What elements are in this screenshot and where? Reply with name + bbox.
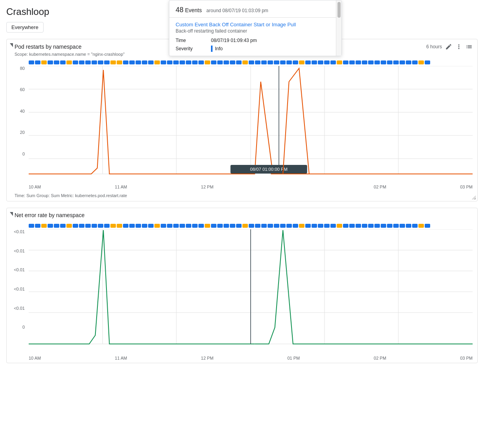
more-options-icon[interactable]	[455, 43, 462, 50]
event-dot-orange[interactable]	[117, 60, 122, 64]
event-dot-blue[interactable]	[73, 224, 78, 228]
event-dot-blue[interactable]	[230, 224, 235, 228]
event-dot-blue[interactable]	[85, 60, 91, 64]
event-dot-orange[interactable]	[154, 60, 160, 64]
event-dot-blue[interactable]	[318, 60, 323, 64]
event-dot-blue[interactable]	[54, 224, 59, 228]
event-dot-blue[interactable]	[349, 60, 355, 64]
event-dot-blue[interactable]	[362, 224, 367, 228]
event-dot-orange[interactable]	[337, 60, 342, 64]
everywhere-button[interactable]: Everywhere	[6, 22, 44, 33]
event-dot-blue[interactable]	[255, 60, 260, 64]
event-dot-orange[interactable]	[154, 224, 160, 228]
event-dot-blue[interactable]	[268, 224, 273, 228]
event-dot-blue[interactable]	[280, 224, 286, 228]
event-dot-blue[interactable]	[186, 224, 191, 228]
event-dot-blue[interactable]	[305, 60, 311, 64]
event-dot-blue[interactable]	[236, 224, 242, 228]
event-dot-blue[interactable]	[136, 224, 141, 228]
event-dot-blue[interactable]	[217, 60, 223, 64]
event-dot-blue[interactable]	[79, 60, 84, 64]
event-dot-blue[interactable]	[312, 224, 317, 228]
event-dot-orange[interactable]	[205, 60, 210, 64]
event-dot-blue[interactable]	[123, 60, 128, 64]
event-dot-blue[interactable]	[330, 224, 336, 228]
event-dot-blue[interactable]	[98, 224, 103, 228]
event-dot-blue[interactable]	[35, 60, 40, 64]
event-dot-blue[interactable]	[324, 224, 330, 228]
event-dot-blue[interactable]	[180, 224, 185, 228]
event-dot-blue[interactable]	[92, 224, 97, 228]
event-dot-blue[interactable]	[129, 224, 135, 228]
event-dot-blue[interactable]	[129, 60, 135, 64]
event-dot-blue[interactable]	[123, 224, 128, 228]
event-dot-blue[interactable]	[85, 224, 91, 228]
event-dot-blue[interactable]	[192, 224, 198, 228]
event-dot-blue[interactable]	[400, 60, 405, 64]
event-dot-blue[interactable]	[343, 60, 348, 64]
event-dot-orange[interactable]	[66, 60, 72, 64]
event-dot-orange[interactable]	[337, 224, 342, 228]
event-dot-orange[interactable]	[66, 224, 72, 228]
event-dot-blue[interactable]	[406, 224, 411, 228]
event-dot-blue[interactable]	[224, 60, 229, 64]
event-dot-blue[interactable]	[387, 224, 392, 228]
tooltip-scrollbar[interactable]	[336, 0, 341, 56]
event-dot-blue[interactable]	[293, 224, 298, 228]
event-dot-blue[interactable]	[236, 60, 242, 64]
chart2-event-strip[interactable]	[29, 222, 473, 229]
event-dot-orange[interactable]	[242, 60, 248, 64]
event-dot-blue[interactable]	[48, 60, 53, 64]
event-dot-blue[interactable]	[198, 60, 204, 64]
edit-icon[interactable]	[445, 43, 452, 50]
event-dot-orange[interactable]	[418, 60, 424, 64]
event-dot-blue[interactable]	[293, 60, 298, 64]
event-dot-blue[interactable]	[98, 60, 103, 64]
event-dot-orange[interactable]	[418, 224, 424, 228]
event-dot-blue[interactable]	[280, 60, 286, 64]
event-dot-blue[interactable]	[148, 60, 154, 64]
event-dot-blue[interactable]	[368, 224, 374, 228]
event-dot-blue[interactable]	[356, 60, 361, 64]
event-dot-blue[interactable]	[136, 60, 141, 64]
event-dot-blue[interactable]	[412, 224, 418, 228]
tooltip-event-title[interactable]: Custom Event Back Off Container Start or…	[176, 22, 335, 27]
event-dot-blue[interactable]	[374, 224, 380, 228]
event-dot-blue[interactable]	[60, 60, 66, 64]
event-dot-blue[interactable]	[305, 224, 311, 228]
event-dot-blue[interactable]	[349, 224, 355, 228]
event-dot-blue[interactable]	[261, 224, 267, 228]
event-dot-blue[interactable]	[217, 224, 223, 228]
event-dot-blue[interactable]	[211, 224, 216, 228]
event-dot-blue[interactable]	[192, 60, 198, 64]
event-dot-blue[interactable]	[142, 60, 147, 64]
event-dot-blue[interactable]	[406, 60, 411, 64]
event-dot-blue[interactable]	[374, 60, 380, 64]
event-dot-blue[interactable]	[54, 60, 59, 64]
event-dot-blue[interactable]	[104, 224, 110, 228]
event-dot-blue[interactable]	[412, 60, 418, 64]
event-dot-blue[interactable]	[274, 224, 279, 228]
event-dot-orange[interactable]	[242, 224, 248, 228]
event-dot-blue[interactable]	[224, 224, 229, 228]
event-dot-blue[interactable]	[425, 60, 430, 64]
event-dot-blue[interactable]	[29, 60, 34, 64]
event-dot-blue[interactable]	[362, 60, 367, 64]
event-dot-blue[interactable]	[230, 60, 235, 64]
event-dot-blue[interactable]	[186, 60, 191, 64]
event-dot-blue[interactable]	[286, 224, 292, 228]
event-dot-blue[interactable]	[249, 224, 254, 228]
list-view-icon[interactable]	[466, 43, 473, 50]
event-dot-orange[interactable]	[41, 60, 47, 64]
event-dot-blue[interactable]	[104, 60, 110, 64]
event-dot-blue[interactable]	[148, 224, 154, 228]
chart1-event-strip[interactable]	[29, 59, 473, 66]
event-dot-blue[interactable]	[173, 60, 179, 64]
event-dot-blue[interactable]	[393, 224, 399, 228]
event-dot-blue[interactable]	[60, 224, 66, 228]
event-dot-blue[interactable]	[425, 224, 430, 228]
event-dot-orange[interactable]	[117, 224, 122, 228]
event-dot-blue[interactable]	[35, 224, 40, 228]
event-dot-orange[interactable]	[110, 60, 116, 64]
event-dot-blue[interactable]	[330, 60, 336, 64]
